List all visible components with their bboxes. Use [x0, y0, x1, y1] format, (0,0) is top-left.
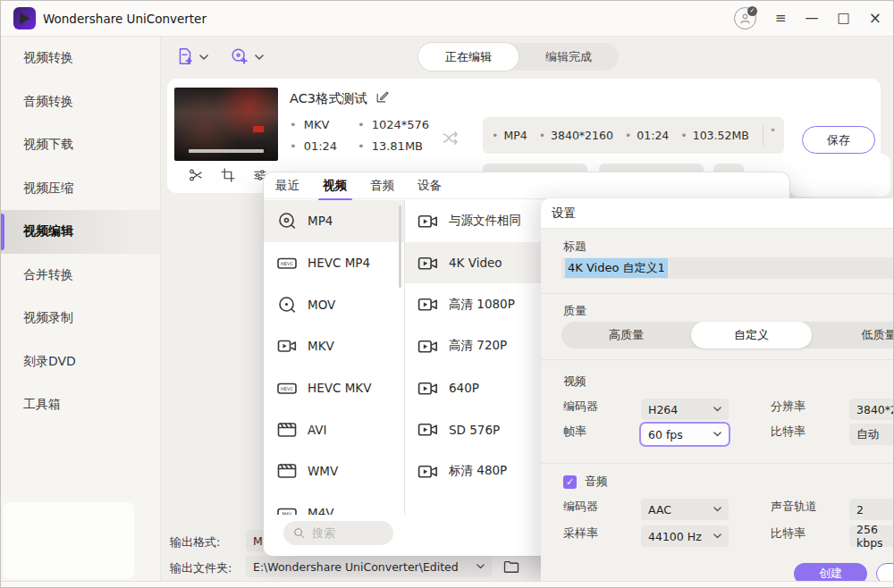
- audio-enable-row: ✓ 音频: [563, 474, 608, 490]
- film-icon: [276, 419, 298, 441]
- video-bitrate-field[interactable]: 自动: [849, 424, 894, 445]
- chevron-down-icon: [713, 432, 721, 436]
- divider: [541, 293, 894, 294]
- framerate-dropdown[interactable]: 60 fps: [641, 424, 729, 445]
- format-popup-tabs: 最近 视频 音频 设备: [264, 172, 789, 199]
- menu-icon[interactable]: ≡: [775, 12, 787, 25]
- source-format: MKV: [290, 118, 354, 139]
- format-item-mov[interactable]: MOV: [264, 283, 404, 325]
- add-file-icon[interactable]: [175, 46, 195, 66]
- quality-option-custom[interactable]: 自定义: [691, 322, 812, 349]
- tab-audio[interactable]: 音频: [370, 178, 394, 194]
- output-size: 103.52MB: [680, 129, 748, 142]
- format-search-box[interactable]: [283, 521, 393, 545]
- source-meta: MKV 1024*576 01:24 13.81MB: [290, 118, 429, 161]
- divider: [541, 359, 894, 360]
- maximize-icon[interactable]: □: [838, 12, 850, 25]
- format-list: MP4 HEVC HEVC MP4 MOV MKV HEVC HEVC MKV: [264, 200, 404, 515]
- sidebar-item-screen-record[interactable]: 视频录制: [0, 297, 160, 340]
- format-item-m4v[interactable]: M4V M4V: [264, 492, 404, 515]
- app-title: Wondershare UniConverter: [43, 12, 207, 26]
- add-disc-chevron-down-icon[interactable]: [255, 55, 264, 60]
- format-item-avi[interactable]: AVI: [264, 408, 404, 450]
- video-camera-icon: [417, 377, 439, 399]
- tab-editing[interactable]: 正在编辑: [418, 43, 519, 71]
- quality-label: 质量: [563, 303, 586, 319]
- video-encoder-dropdown[interactable]: H264: [641, 399, 729, 420]
- add-disc-icon[interactable]: [230, 46, 249, 66]
- audio-bitrate-field[interactable]: 256 kbps: [849, 525, 894, 547]
- chevron-down-icon: [477, 564, 485, 568]
- samplerate-dropdown[interactable]: 44100 Hz: [641, 525, 729, 547]
- audio-encoder-dropdown[interactable]: AAC: [641, 499, 729, 520]
- svg-text:HEVC: HEVC: [281, 261, 293, 266]
- format-item-hevc-mp4[interactable]: HEVC HEVC MP4: [264, 242, 404, 284]
- format-item-mp4[interactable]: MP4: [264, 200, 404, 242]
- account-avatar[interactable]: ✓: [734, 7, 756, 29]
- title-bar: Wondershare UniConverter ✓ ≡ — □ ×: [0, 0, 894, 37]
- open-folder-icon[interactable]: [502, 558, 520, 575]
- close-icon[interactable]: ×: [869, 11, 881, 26]
- tab-device[interactable]: 设备: [417, 178, 442, 194]
- quality-option-low[interactable]: 低质量: [812, 322, 894, 349]
- video-camera-icon: [417, 418, 439, 441]
- format-item-mkv[interactable]: MKV: [264, 325, 404, 367]
- crop-icon[interactable]: [220, 167, 236, 183]
- selected-text: 4K Video 自定义1: [565, 258, 668, 278]
- tab-recent[interactable]: 最近: [275, 178, 299, 194]
- title-label: 标题: [563, 239, 586, 255]
- sidebar-item-video-download[interactable]: 视频下载: [0, 123, 160, 167]
- quality-option-high[interactable]: 高质量: [561, 322, 691, 349]
- audio-encoder-label: 编码器: [563, 499, 598, 515]
- resolution-label: 分辨率: [771, 399, 805, 415]
- rename-edit-icon[interactable]: [375, 89, 390, 105]
- output-format-label: 输出格式:: [170, 534, 220, 550]
- disc-icon: [276, 294, 298, 315]
- audio-tracks-label: 声音轨道: [771, 499, 817, 515]
- app-logo-icon: [13, 7, 36, 29]
- save-button[interactable]: 保存: [802, 126, 875, 154]
- preset-title-input[interactable]: 4K Video 自定义1: [561, 257, 894, 279]
- audio-section-heading: 音频: [585, 474, 608, 490]
- output-folder-label: 输出文件夹:: [170, 560, 232, 576]
- svg-text:M4V: M4V: [283, 511, 292, 515]
- sidebar-item-burn-dvd[interactable]: 刻录DVD: [0, 340, 160, 384]
- video-encoder-label: 编码器: [563, 399, 598, 415]
- format-item-wmv[interactable]: WMV: [264, 450, 404, 492]
- sidebar-item-toolbox[interactable]: 工具箱: [0, 383, 160, 427]
- output-folder-select[interactable]: E:\Wondershare UniConverter\Edited: [246, 556, 492, 577]
- video-camera-icon: [417, 252, 439, 274]
- output-info-bar: MP4 3840*2160 01:24 103.52MB: [483, 117, 784, 154]
- account-verified-badge: ✓: [747, 6, 757, 16]
- chevron-down-icon: [713, 407, 721, 411]
- trim-scissors-icon[interactable]: [188, 167, 204, 183]
- sidebar-item-audio-convert[interactable]: 音频转换: [0, 80, 160, 124]
- source-resolution: 1024*576: [358, 118, 429, 139]
- settings-header: 设置: [541, 198, 894, 229]
- search-icon: [292, 526, 306, 540]
- format-list-scrollbar[interactable]: [399, 206, 401, 288]
- video-thumbnail[interactable]: [174, 88, 278, 161]
- sidebar-item-video-convert[interactable]: 视频转换: [0, 37, 160, 80]
- sidebar-item-video-compress[interactable]: 视频压缩: [0, 167, 160, 211]
- tab-video[interactable]: 视频: [323, 178, 347, 194]
- audio-tracks-field[interactable]: 2: [849, 499, 894, 520]
- source-size: 13.81MB: [358, 139, 429, 161]
- tab-edit-complete[interactable]: 编辑完成: [519, 43, 619, 71]
- edit-status-tabs: 正在编辑 编辑完成: [418, 43, 619, 71]
- add-file-chevron-down-icon[interactable]: [199, 55, 208, 60]
- video-section-heading: 视频: [563, 374, 586, 390]
- gear-icon[interactable]: [771, 128, 775, 144]
- framerate-label: 帧率: [563, 424, 586, 440]
- output-resolution: 3840*2160: [539, 129, 613, 142]
- sidebar-item-merge-convert[interactable]: 合并转换: [0, 254, 160, 298]
- format-item-hevc-mkv[interactable]: HEVC HEVC MKV: [264, 367, 404, 409]
- minimize-icon[interactable]: —: [805, 12, 819, 25]
- sidebar-item-video-edit[interactable]: 视频编辑: [0, 210, 160, 254]
- convert-arrows-icon: [441, 128, 461, 148]
- search-input[interactable]: [312, 526, 384, 540]
- audio-checkbox[interactable]: ✓: [563, 475, 577, 489]
- resolution-field[interactable]: 3840*2160: [849, 399, 894, 420]
- quality-segmented-control: 高质量 自定义 低质量: [561, 322, 894, 349]
- disc-icon: [276, 210, 298, 231]
